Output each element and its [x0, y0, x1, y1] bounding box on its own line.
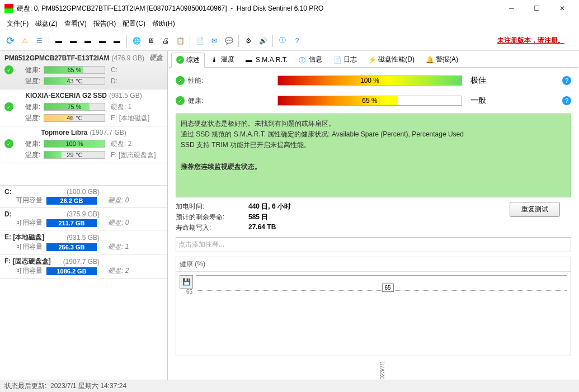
retest-button[interactable]: 重复测试: [510, 202, 560, 217]
check-icon: ✓: [4, 102, 13, 111]
menu-report[interactable]: 报告(R): [91, 18, 119, 30]
app-icon: [4, 4, 13, 13]
check-icon: ✓: [176, 96, 185, 105]
globe-icon[interactable]: 🌐: [130, 34, 143, 48]
perf-rating: 极佳: [470, 75, 486, 86]
menu-view[interactable]: 查看(V): [62, 18, 89, 30]
disk-entry-1[interactable]: KIOXIA-EXCERIA G2 SSD(931.5 GB) ✓ 健康: 75…: [0, 89, 167, 126]
menu-file[interactable]: 文件(F): [4, 18, 31, 30]
tab-perf[interactable]: ⚡磁盘性能(D): [363, 52, 420, 67]
chat-icon[interactable]: 💬: [222, 34, 236, 48]
monitor-icon[interactable]: 🖥: [144, 34, 158, 48]
health-rating: 一般: [470, 96, 486, 106]
minimize-button[interactable]: ─: [499, 0, 524, 17]
tabs: ✓综述 🌡温度 ▬S.M.A.R.T. ⓘ信息 📄日志 ⚡磁盘性能(D) 🔔警报…: [169, 52, 578, 68]
toolbar: ⟳ ⚠ ☰ ▬ ▬ ▬ ▬ ▬ 🌐 🖥 🖨 📋 📄 ✉ 💬 ⚙ 🔊 ⓘ ? 未注…: [0, 31, 579, 51]
health-label: 健康:: [188, 96, 216, 106]
hdd4-icon[interactable]: ▬: [96, 34, 109, 48]
tab-smart[interactable]: ▬S.M.A.R.T.: [241, 53, 293, 67]
gear-icon[interactable]: ⚙: [242, 34, 255, 48]
menu-disk[interactable]: 磁盘(Z): [33, 18, 59, 30]
help-icon[interactable]: ?: [290, 34, 304, 48]
thermometer-icon: 🌡: [211, 56, 219, 64]
hdd3-icon[interactable]: ▬: [81, 34, 95, 48]
info-icon[interactable]: ⓘ: [276, 34, 289, 48]
y-axis-label: 65: [186, 289, 192, 295]
log-icon: 📄: [333, 56, 341, 64]
hdd5-icon[interactable]: ▬: [110, 34, 124, 48]
volume-e[interactable]: E: [本地磁盘](931.5 GB) 可用容量256.3 GB硬盘: 1: [0, 230, 167, 254]
list-icon[interactable]: ☰: [32, 34, 46, 48]
report-icon[interactable]: 📋: [173, 34, 187, 48]
info-icon: ⓘ: [299, 56, 307, 64]
health-bar: 65 %: [277, 96, 462, 106]
maximize-button[interactable]: ☐: [524, 0, 549, 17]
perf-label: 性能:: [188, 76, 216, 86]
alert-icon: 🔔: [426, 56, 434, 64]
print-icon[interactable]: 🖨: [159, 34, 172, 48]
save-chart-button[interactable]: 💾: [180, 275, 193, 289]
warn-refresh-icon[interactable]: ⚠: [18, 34, 31, 48]
status-time: 2023/7/1 星期六 14:37:24: [50, 381, 126, 391]
disk-entry-2[interactable]: Topmore Libra(1907.7 GB) ✓ 健康: 100 % 硬盘:…: [0, 126, 167, 163]
annotation-input[interactable]: 点击添加注释...: [176, 237, 571, 252]
menubar: 文件(F) 磁盘(Z) 查看(V) 报告(R) 配置(C) 帮助(H): [0, 17, 579, 31]
disk-entry-0[interactable]: PM8512GPMCB27BTF-E13T2IAM(476.9 GB)硬盘 ✓ …: [0, 51, 167, 89]
volume-c[interactable]: C:(100.0 GB) 可用容量26.2 GB硬盘: 0: [0, 186, 167, 208]
tab-alert[interactable]: 🔔警报(A): [421, 52, 463, 67]
left-panel: PM8512GPMCB27BTF-E13T2IAM(476.9 GB)硬盘 ✓ …: [0, 51, 168, 380]
perf-icon: ⚡: [368, 56, 376, 64]
close-button[interactable]: ✕: [549, 0, 575, 17]
menu-config[interactable]: 配置(C): [120, 18, 148, 30]
check-icon: ✓: [176, 76, 185, 85]
help-icon[interactable]: ?: [562, 76, 571, 85]
register-link[interactable]: 未注册版本，请注册。: [497, 36, 564, 45]
refresh-icon[interactable]: ⟳: [3, 34, 17, 48]
hdd1-icon[interactable]: ▬: [52, 34, 65, 48]
sound-icon[interactable]: 🔊: [256, 34, 270, 48]
status-text: 固态硬盘状态是极好的。未找到有问题的或坏扇区。 通过 SSD 规范的 S.M.A…: [176, 114, 571, 197]
hdd2-icon[interactable]: ▬: [67, 34, 80, 48]
tab-log[interactable]: 📄日志: [328, 52, 362, 67]
window-title: 硬盘: 0, PM8512GPMCB27BTF-E13T2IAM [E08707…: [17, 4, 499, 13]
chart-datapoint: 65: [382, 284, 394, 292]
health-chart: 健康 (%) 💾 65 65 2023/7/1: [176, 257, 571, 356]
right-panel: ✓综述 🌡温度 ▬S.M.A.R.T. ⓘ信息 📄日志 ⚡磁盘性能(D) 🔔警报…: [168, 51, 579, 380]
hdd-icon: ▬: [246, 56, 253, 64]
volume-d[interactable]: D:(375.9 GB) 可用容量211.7 GB硬盘: 0: [0, 208, 167, 230]
menu-help[interactable]: 帮助(H): [150, 18, 177, 30]
x-axis-label: 2023/7/1: [379, 361, 385, 379]
mail-icon[interactable]: ✉: [208, 34, 221, 48]
tab-overview[interactable]: ✓综述: [171, 53, 205, 68]
tab-info[interactable]: ⓘ信息: [294, 52, 327, 67]
check-icon: ✓: [4, 139, 13, 148]
help-icon[interactable]: ?: [562, 96, 571, 105]
tab-temp[interactable]: 🌡温度: [206, 52, 239, 67]
statusbar: 状态最后更新: 2023/7/1 星期六 14:37:24: [0, 380, 579, 392]
titlebar: 硬盘: 0, PM8512GPMCB27BTF-E13T2IAM [E08707…: [0, 0, 579, 17]
tab-body: ✓ 性能: 100 % 极佳 ? ✓ 健康: 65 % 一般 ? 固态硬盘状态是…: [169, 68, 578, 379]
volume-f[interactable]: F: [固态硬盘盒](1907.7 GB) 可用容量1086.2 GB硬盘: 2: [0, 254, 167, 278]
notes-icon[interactable]: 📄: [193, 34, 206, 48]
check-icon: ✓: [4, 65, 13, 74]
perf-bar: 100 %: [277, 75, 462, 86]
